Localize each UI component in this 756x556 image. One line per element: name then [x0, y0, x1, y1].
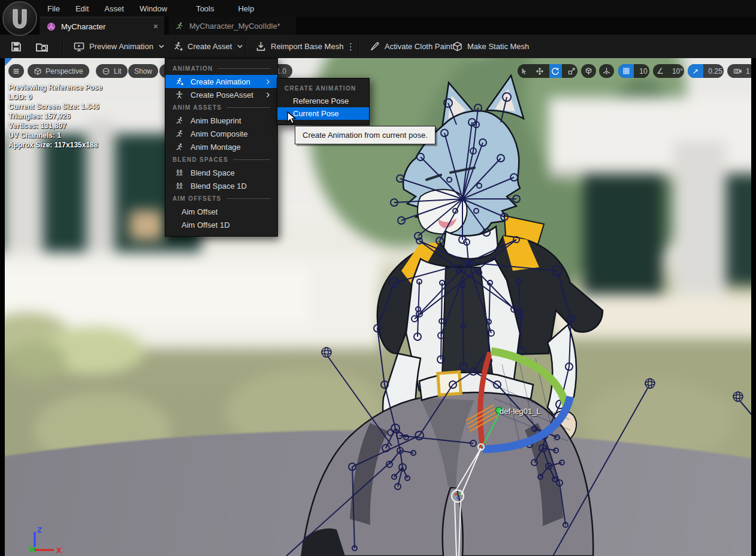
menu-tools[interactable]: Tools: [188, 4, 222, 13]
tab-bar: MyCharacter × MyCharacter_MyCoolIdle*: [0, 17, 756, 35]
grid-snap-value[interactable]: 10: [637, 64, 649, 78]
lit-dropdown[interactable]: Lit: [96, 64, 128, 78]
cloth-paint-label: Activate Cloth Paint: [385, 42, 452, 51]
reimport-icon: [255, 41, 267, 52]
tab-mycoolidle[interactable]: MyCharacter_MyCoolIdle*: [169, 17, 296, 35]
rotate-tool-button[interactable]: [549, 64, 562, 78]
reimport-base-mesh-button[interactable]: Reimport Base Mesh: [250, 35, 348, 58]
menu-section-header: ANIM ASSETS: [165, 101, 277, 114]
save-button[interactable]: [5, 35, 28, 58]
viewport-left-border: [0, 58, 5, 556]
viewport-focus-indicator: [5, 58, 13, 66]
menu-item-aim-offset-1d[interactable]: Aim Offset 1D: [165, 218, 277, 231]
skeletal-mesh-icon: [47, 22, 56, 31]
scale-snap-control: ↗ 0.25: [688, 64, 724, 78]
tooltip: Create Animation from current pose.: [295, 126, 436, 144]
menu-item-aim-offset[interactable]: Aim Offset: [165, 205, 277, 218]
anim-montage-icon: [173, 143, 185, 152]
camera-icon: [733, 67, 742, 75]
scale-snap-icon[interactable]: ↗: [688, 64, 703, 78]
tab-mycharacter[interactable]: MyCharacter ×: [40, 17, 164, 35]
menu-item-create-poseasset[interactable]: Create PoseAsset: [165, 88, 277, 101]
preview-stats: Previewing Reference Pose LOD: 0 Current…: [8, 83, 102, 150]
preview-animation-icon: [73, 41, 85, 53]
create-animation-icon: [173, 77, 185, 86]
coordinate-space-button[interactable]: [581, 64, 596, 78]
grid-snap-toggle[interactable]: [618, 64, 634, 78]
menu-section-header: AIM OFFSETS: [165, 192, 277, 205]
chevron-down-icon: [158, 43, 165, 50]
menu-section-header: ANIMATION: [165, 62, 277, 75]
menu-file[interactable]: File: [40, 4, 68, 13]
menu-item-create-animation[interactable]: Create Animation: [165, 75, 277, 88]
menu-edit[interactable]: Edit: [68, 4, 96, 13]
stats-line: Previewing Reference Pose: [8, 83, 102, 92]
lit-label: Lit: [114, 67, 122, 75]
menu-item-anim-composite[interactable]: Anim Composite: [165, 127, 277, 140]
move-tool-button[interactable]: [534, 64, 546, 78]
toolbar-separator: [246, 38, 247, 55]
viewport-right-border: [751, 58, 756, 556]
toolbar-separator: [358, 38, 359, 55]
perspective-dropdown[interactable]: Perspective: [28, 64, 89, 78]
tab-label: MyCharacter_MyCoolIdle*: [189, 22, 280, 31]
stats-line: Triangles: 157,926: [8, 111, 102, 121]
create-asset-button[interactable]: Create Asset: [168, 35, 249, 58]
main-menubar: File Edit Asset Window Tools Help: [0, 0, 756, 17]
selected-bone-label: def-leg01_L: [500, 407, 541, 416]
blend-space-icon: [173, 168, 185, 177]
tab-label: MyCharacter: [61, 22, 105, 31]
menu-item-blend-space-1d[interactable]: Blend Space 1D: [165, 179, 277, 192]
create-asset-label: Create Asset: [188, 42, 232, 51]
menu-section-header: BLEND SPACES: [165, 153, 277, 166]
toolbar-separator: [62, 38, 63, 55]
menu-asset[interactable]: Asset: [96, 4, 132, 13]
camera-speed-value: 1: [746, 67, 750, 75]
menu-window[interactable]: Window: [132, 4, 175, 13]
reimport-options-button[interactable]: ⋮: [341, 35, 360, 58]
transform-tools-group: [518, 64, 577, 78]
rotation-snap-control: ∠ 10°: [653, 64, 684, 78]
show-dropdown[interactable]: Show: [128, 64, 158, 78]
asset-toolbar: Preview Animation Create Asset Reimport …: [0, 35, 756, 59]
x-axis-label: X: [56, 546, 62, 554]
cube-icon: [34, 67, 42, 75]
reimport-label: Reimport Base Mesh: [271, 42, 343, 51]
save-icon: [10, 40, 23, 53]
menu-item-blend-space[interactable]: Blend Space: [165, 166, 277, 179]
create-asset-icon: [173, 41, 183, 52]
static-mesh-label: Make Static Mesh: [467, 42, 529, 51]
submenu-arrow-icon: [264, 78, 272, 86]
preview-animation-label: Preview Animation: [89, 42, 153, 51]
brush-icon: [369, 41, 380, 52]
character-mesh: [301, 75, 603, 556]
folder-search-icon: [35, 40, 49, 54]
grid-snap-control: 10: [618, 64, 649, 78]
anim-composite-icon: [173, 129, 185, 138]
submenu-arrow-icon: [264, 91, 272, 99]
chevron-down-icon: [236, 43, 244, 50]
make-static-mesh-button[interactable]: Make Static Mesh: [447, 35, 534, 58]
orientation-axis-gizmo: Z X: [18, 524, 66, 554]
browse-to-asset-button[interactable]: [30, 35, 54, 58]
rotation-snap-value[interactable]: 10°: [671, 64, 684, 78]
scale-snap-value[interactable]: 0.25: [707, 64, 724, 78]
close-tab-icon[interactable]: ×: [153, 22, 158, 31]
anim-blueprint-icon: [173, 116, 185, 125]
viewport-menu-button[interactable]: [8, 64, 24, 78]
stats-line: Vertices: 131,807: [8, 121, 102, 131]
stats-line: LOD: 0: [8, 92, 102, 102]
menu-item-anim-blueprint[interactable]: Anim Blueprint: [165, 114, 277, 127]
submenu-item-reference-pose[interactable]: Reference Pose: [277, 95, 369, 107]
menu-help[interactable]: Help: [230, 4, 262, 13]
show-label: Show: [134, 67, 152, 75]
z-axis-label: Z: [37, 525, 42, 534]
perspective-label: Perspective: [46, 67, 83, 75]
activate-cloth-paint-button[interactable]: Activate Cloth Paint: [364, 35, 457, 58]
select-tool-button[interactable]: [518, 64, 530, 78]
preview-animation-button[interactable]: Preview Animation: [68, 35, 170, 58]
angle-icon[interactable]: ∠: [653, 64, 667, 78]
surface-snapping-button[interactable]: [599, 64, 614, 78]
menu-item-anim-montage[interactable]: Anim Montage: [165, 140, 277, 153]
unreal-logo[interactable]: [2, 1, 37, 36]
